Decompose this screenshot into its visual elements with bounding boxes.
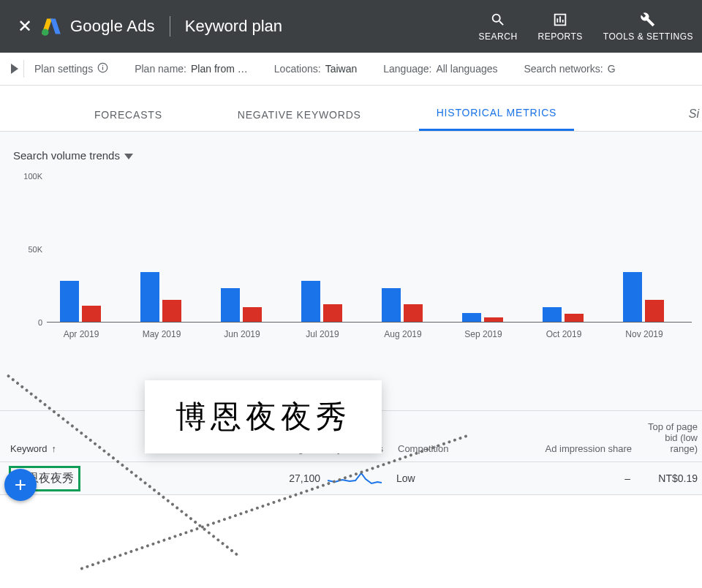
x-tick-label: May 2019	[121, 329, 202, 339]
trends-dropdown[interactable]: Search volume trends	[13, 149, 702, 162]
tab-historical-metrics[interactable]: HISTORICAL METRICS	[419, 107, 575, 131]
x-tick-label: Nov 2019	[604, 329, 684, 339]
bar-series-b	[323, 304, 342, 322]
col-impression-share[interactable]: Ad impression share	[507, 421, 639, 454]
x-tick-label: Apr 2019	[41, 329, 121, 339]
chart-bar-group: Apr 2019	[60, 281, 101, 322]
tab-forecasts[interactable]: FORECASTS	[77, 109, 180, 131]
col-competition[interactable]: Competition	[390, 421, 507, 454]
sort-arrow-up-icon: ↑	[52, 443, 57, 454]
svg-rect-3	[562, 20, 564, 23]
google-ads-logo-icon	[41, 16, 61, 37]
cell-impression: –	[506, 472, 638, 484]
plan-settings-label[interactable]: Plan settings	[34, 62, 108, 75]
bar-series-b	[162, 300, 181, 322]
plus-icon: +	[15, 473, 26, 497]
bar-series-a	[60, 281, 79, 322]
x-tick-label: Sep 2019	[443, 329, 524, 339]
bar-series-b	[404, 304, 423, 322]
networks-setting[interactable]: Search networks:G	[524, 63, 615, 75]
y-tick-label: 100K	[23, 172, 42, 181]
x-tick-label: Oct 2019	[524, 329, 604, 339]
sparkline-icon	[328, 469, 382, 488]
header-tools: SEARCH REPORTS TOOLS & SETTINGS	[479, 11, 693, 42]
brand-title: Google Ads	[70, 17, 155, 36]
bar-series-b	[243, 307, 262, 322]
bar-series-a	[462, 313, 481, 322]
cell-top-bid: NT$0.19	[638, 472, 702, 484]
search-icon	[490, 11, 506, 29]
keyword-callout: 博恩夜夜秀	[145, 380, 382, 453]
header-separator	[170, 16, 170, 37]
tab-negative-keywords[interactable]: NEGATIVE KEYWORDS	[220, 109, 379, 131]
plan-settings-bar: Plan settings Plan name:Plan from … Loca…	[0, 53, 702, 86]
search-button[interactable]: SEARCH	[479, 11, 518, 42]
tab-bar: FORECASTS NEGATIVE KEYWORDS HISTORICAL M…	[0, 86, 702, 132]
app-header: ✕ Google Ads Keyword plan SEARCH REPORTS…	[0, 0, 702, 53]
locations-setting[interactable]: Locations:Taiwan	[274, 63, 357, 75]
chart-bar-group: May 2019	[140, 272, 181, 322]
close-icon[interactable]: ✕	[9, 16, 41, 37]
keywords-table-row[interactable]: 博恩夜夜秀 27,100 Low – NT$0.19	[0, 462, 702, 495]
bar-series-b	[82, 306, 101, 322]
y-tick-label: 0	[38, 318, 42, 327]
reports-button[interactable]: REPORTS	[538, 11, 583, 42]
x-tick-label: Aug 2019	[363, 329, 443, 339]
bar-series-b	[645, 300, 664, 322]
bar-series-a	[623, 272, 642, 322]
add-fab-button[interactable]: +	[4, 469, 37, 501]
chart-bar-group: Aug 2019	[382, 288, 423, 322]
bar-series-a	[221, 288, 240, 322]
wrench-icon	[640, 11, 656, 29]
x-tick-label: Jun 2019	[202, 329, 282, 339]
chart-bar-group: Jul 2019	[301, 281, 342, 322]
tools-settings-button[interactable]: TOOLS & SETTINGS	[603, 11, 693, 42]
bar-series-b	[565, 314, 584, 322]
svg-rect-1	[557, 18, 559, 23]
bar-series-a	[140, 272, 159, 322]
svg-point-6	[102, 65, 103, 66]
chart-bar-group: Jun 2019	[221, 288, 262, 322]
language-setting[interactable]: Language:All languages	[383, 63, 497, 75]
bar-series-a	[301, 281, 320, 322]
tab-right-cutoff[interactable]: Si	[689, 108, 699, 131]
bar-series-a	[382, 288, 401, 322]
chart-bar-group: Oct 2019	[543, 307, 584, 322]
bar-series-a	[543, 307, 562, 322]
chart-y-axis: 050K100K	[10, 176, 47, 323]
plan-name[interactable]: Plan name:Plan from …	[135, 63, 248, 75]
cell-competition: Low	[389, 472, 506, 484]
chevron-down-icon	[124, 149, 133, 162]
chart-bar-group: Sep 2019	[462, 313, 503, 322]
expand-settings-icon[interactable]	[6, 60, 24, 78]
info-icon	[97, 62, 108, 75]
svg-rect-2	[559, 16, 561, 22]
volume-chart: 050K100K Apr 2019May 2019Jun 2019Jul 201…	[10, 176, 692, 352]
x-tick-label: Jul 2019	[282, 329, 363, 339]
chart-plot: Apr 2019May 2019Jun 2019Jul 2019Aug 2019…	[47, 176, 692, 323]
page-subtitle: Keyword plan	[185, 17, 282, 36]
svg-point-0	[42, 29, 48, 36]
col-top-bid[interactable]: Top of page bid (low range)	[639, 421, 702, 454]
y-tick-label: 50K	[28, 245, 42, 254]
reports-icon	[552, 11, 568, 29]
bar-series-b	[484, 317, 503, 322]
chart-bar-group: Nov 2019	[623, 272, 664, 322]
